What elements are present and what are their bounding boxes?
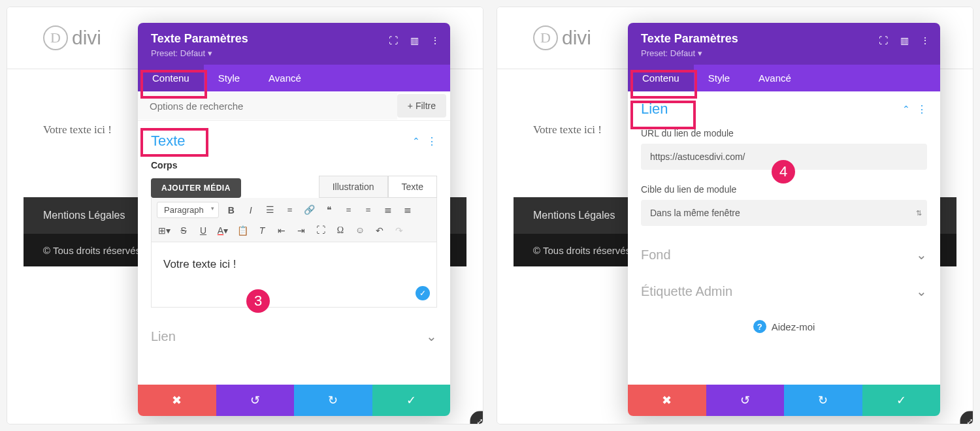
divi-logo: D divi (533, 25, 591, 50)
kebab-icon[interactable]: ⋮ (919, 35, 931, 46)
check-badge-icon[interactable]: ✓ (416, 286, 430, 300)
tab-content[interactable]: Contenu (628, 65, 694, 91)
divi-logo: D divi (43, 25, 101, 50)
align-center-icon[interactable]: ≡ (361, 203, 376, 217)
chevron-down-icon: ⌄ (916, 247, 927, 263)
section-admin-title: Étiquette Admin (641, 284, 732, 299)
section-fond-title: Fond (641, 247, 671, 263)
underline-icon[interactable]: U (196, 223, 210, 238)
table-icon[interactable]: ⊞▾ (157, 223, 171, 238)
tabs-bar: Contenu Style Avancé (138, 65, 450, 91)
help-icon: ? (753, 320, 766, 333)
emoji-icon[interactable]: ☺ (353, 223, 367, 238)
save-button[interactable]: ✓ (862, 385, 941, 416)
section-lien-collapsed[interactable]: Lien ⌄ (138, 318, 450, 355)
logo-mark: D (43, 25, 68, 50)
align-left-icon[interactable]: ≡ (342, 203, 356, 217)
search-input[interactable] (138, 93, 397, 120)
section-lien-title: Lien (641, 101, 668, 118)
page-body-text: Votre texte ici ! (43, 123, 112, 136)
help-link[interactable]: ? Aidez-moi (628, 310, 940, 343)
undo-icon[interactable]: ↶ (372, 223, 387, 238)
tab-style[interactable]: Style (694, 65, 744, 91)
align-justify-icon[interactable]: ≣ (381, 203, 395, 217)
filter-button[interactable]: +Filtre (397, 94, 446, 118)
logo-text: divi (72, 27, 101, 49)
tab-advanced[interactable]: Avancé (254, 65, 316, 91)
section-texte-header[interactable]: Texte ⌃ ⋮ (138, 121, 450, 155)
columns-icon[interactable]: ▥ (898, 35, 910, 46)
section-lien-title: Lien (151, 329, 176, 344)
redo-button[interactable]: ↻ (294, 385, 372, 416)
expand-icon[interactable]: ⛶ (387, 35, 399, 46)
bold-icon[interactable]: B (224, 203, 238, 217)
add-media-button[interactable]: AJOUTER MÉDIA (151, 178, 241, 198)
editor-toolbar: Paragraph B I ☰ ≡ 🔗 ❝ ≡ ≡ ≣ ≣ ⊞▾ S U A▾ … (151, 198, 437, 242)
cancel-button[interactable]: ✖ (138, 385, 216, 416)
align-full-icon[interactable]: ≣ (400, 203, 415, 217)
footer-link-mentions[interactable]: Mentions Légales (43, 210, 125, 221)
quote-icon[interactable]: ❝ (322, 203, 336, 217)
editor-textarea[interactable]: Votre texte ici ! ✓ (151, 242, 437, 308)
section-texte-body: Corps AJOUTER MÉDIA Illustration Texte P… (138, 155, 450, 318)
expand-icon[interactable]: ⛶ (877, 35, 889, 46)
chevron-down-icon: ⌄ (916, 283, 927, 299)
section-lien-header[interactable]: Lien ⌃ ⋮ (628, 91, 940, 123)
paragraph-select[interactable]: Paragraph (157, 202, 219, 218)
indent-icon[interactable]: ⇥ (294, 223, 308, 238)
section-admin-collapsed[interactable]: Étiquette Admin ⌄ (628, 273, 940, 310)
footer-link-mentions[interactable]: Mentions Légales (533, 210, 615, 221)
redo-button[interactable]: ↻ (784, 385, 862, 416)
ul-icon[interactable]: ☰ (263, 203, 278, 217)
modal-header[interactable]: Texte Paramètres Preset: Défaut ▾ ⛶ ▥ ⋮ (138, 23, 450, 65)
section-kebab-icon[interactable]: ⋮ (917, 103, 927, 116)
link-icon[interactable]: 🔗 (302, 203, 317, 217)
editor-tab-visual[interactable]: Illustration (319, 176, 388, 198)
logo-mark: D (533, 25, 558, 50)
undo-button[interactable]: ↺ (216, 385, 295, 416)
ol-icon[interactable]: ≡ (283, 203, 297, 217)
settings-modal: Texte Paramètres Preset: Défaut ▾ ⛶ ▥ ⋮ … (628, 23, 940, 416)
redo-icon[interactable]: ↷ (392, 223, 406, 238)
paste-icon[interactable]: 📋 (235, 223, 250, 238)
editor-tab-text[interactable]: Texte (388, 176, 437, 198)
section-texte-title: Texte (151, 133, 186, 150)
help-text: Aidez-moi (772, 321, 815, 332)
italic-icon[interactable]: I (244, 203, 258, 217)
undo-button[interactable]: ↺ (706, 385, 785, 416)
tabs-bar: Contenu Style Avancé (628, 65, 940, 91)
modal-preset[interactable]: Preset: Défaut ▾ (151, 48, 437, 58)
modal-header[interactable]: Texte Paramètres Preset: Défaut ▾ ⛶ ▥ ⋮ (628, 23, 940, 65)
screenshot-left: D divi Votre texte ici ! Mentions Légale… (7, 7, 483, 424)
modal-preset[interactable]: Preset: Défaut ▾ (641, 48, 927, 58)
textcolor-icon[interactable]: A▾ (216, 223, 230, 238)
section-kebab-icon[interactable]: ⋮ (427, 135, 437, 148)
columns-icon[interactable]: ▥ (408, 35, 420, 46)
kebab-icon[interactable]: ⋮ (429, 35, 441, 46)
chevron-up-icon[interactable]: ⌃ (412, 136, 420, 146)
search-row: +Filtre (138, 91, 450, 121)
chevron-up-icon[interactable]: ⌃ (902, 104, 910, 114)
target-label: Cible du lien de module (641, 184, 927, 195)
omega-icon[interactable]: Ω (333, 223, 348, 238)
outdent-icon[interactable]: ⇤ (274, 223, 289, 238)
screenshot-right: D divi Votre texte ici ! Mentions Légale… (497, 7, 973, 424)
logo-text: divi (562, 27, 591, 49)
url-label: URL du lien de module (641, 128, 927, 138)
save-button[interactable]: ✓ (372, 385, 451, 416)
editor-content: Votre texte ici ! (163, 258, 237, 270)
target-select[interactable]: Dans la même fenêtre (641, 200, 927, 226)
fullscreen-icon[interactable]: ⛶ (314, 223, 328, 238)
section-fond-collapsed[interactable]: Fond ⌄ (628, 236, 940, 273)
tab-content[interactable]: Contenu (138, 65, 204, 91)
page-body-text: Votre texte ici ! (533, 123, 602, 136)
annotation-badge-4: 4 (772, 160, 795, 184)
tab-advanced[interactable]: Avancé (744, 65, 806, 91)
modal-footer: ✖ ↺ ↻ ✓ (138, 385, 450, 416)
modal-footer: ✖ ↺ ↻ ✓ (628, 385, 940, 416)
cancel-button[interactable]: ✖ (628, 385, 706, 416)
tab-style[interactable]: Style (204, 65, 254, 91)
plus-icon: + (408, 101, 413, 111)
clear-icon[interactable]: T (255, 223, 269, 238)
strike-icon[interactable]: S (176, 223, 191, 238)
